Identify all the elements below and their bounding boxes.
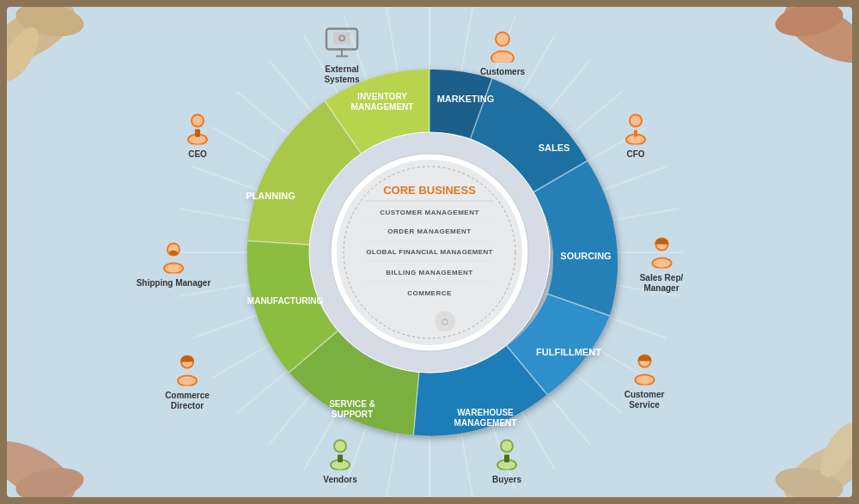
external-systems-label: External Systems bbox=[308, 64, 376, 85]
svg-point-105 bbox=[653, 259, 670, 268]
svg-text:INVENTORY: INVENTORY bbox=[357, 92, 407, 101]
svg-text:MANUFACTURING: MANUFACTURING bbox=[247, 296, 324, 306]
svg-text:WAREHOUSE: WAREHOUSE bbox=[457, 408, 514, 417]
customers-person: Customers bbox=[468, 27, 537, 77]
svg-text:MANAGEMENT: MANAGEMENT bbox=[454, 418, 517, 428]
customer-service-label: Customer Service bbox=[608, 390, 681, 410]
svg-point-0 bbox=[7, 7, 84, 75]
svg-text:COMMERCE: COMMERCE bbox=[407, 289, 452, 297]
vendors-person: Vendors bbox=[306, 434, 375, 485]
svg-text:CORE BUSINESS: CORE BUSINESS bbox=[383, 184, 476, 197]
svg-rect-101 bbox=[634, 131, 637, 137]
svg-text:GLOBAL FINANCIAL MANAGEMENT: GLOBAL FINANCIAL MANAGEMENT bbox=[366, 248, 492, 256]
svg-text:BILLING MANAGEMENT: BILLING MANAGEMENT bbox=[386, 269, 472, 276]
svg-point-92 bbox=[340, 37, 344, 40]
svg-point-123 bbox=[179, 377, 196, 386]
svg-point-128 bbox=[165, 264, 182, 273]
cfo-person: CFO bbox=[601, 109, 670, 160]
shipping-manager-label: Shipping Manager bbox=[135, 278, 212, 288]
ceo-person: CEO bbox=[163, 109, 232, 160]
svg-text:ORDER MANAGEMENT: ORDER MANAGEMENT bbox=[387, 228, 471, 235]
svg-point-111 bbox=[502, 441, 512, 452]
svg-point-8 bbox=[7, 429, 84, 497]
svg-point-95 bbox=[497, 33, 509, 46]
svg-text:⬡: ⬡ bbox=[442, 318, 448, 326]
svg-point-4 bbox=[772, 7, 845, 41]
svg-rect-114 bbox=[504, 455, 509, 463]
svg-point-3 bbox=[775, 7, 852, 75]
svg-point-7 bbox=[813, 417, 852, 483]
svg-text:PLANNING: PLANNING bbox=[246, 191, 295, 201]
svg-text:CUSTOMER MANAGEMENT: CUSTOMER MANAGEMENT bbox=[380, 209, 479, 216]
svg-point-98 bbox=[631, 116, 641, 126]
main-diagram: MARKETING SALES SOURCING FULFILLMENT WAR… bbox=[189, 21, 670, 484]
external-systems-person: External Systems bbox=[308, 24, 376, 85]
outer-frame: MARKETING SALES SOURCING FULFILLMENT WAR… bbox=[7, 7, 852, 497]
svg-rect-119 bbox=[338, 455, 343, 463]
svg-point-1 bbox=[13, 7, 86, 41]
svg-text:SOURCING: SOURCING bbox=[560, 251, 611, 261]
vendors-label: Vendors bbox=[306, 475, 375, 485]
svg-text:SALES: SALES bbox=[539, 143, 570, 153]
svg-point-130 bbox=[192, 116, 203, 126]
svg-point-6 bbox=[772, 463, 845, 497]
svg-point-5 bbox=[775, 429, 852, 497]
customer-service-person: Customer Service bbox=[608, 349, 681, 410]
sales-rep-label: Sales Rep/ Manager bbox=[625, 273, 698, 294]
svg-rect-133 bbox=[195, 130, 200, 137]
svg-point-9 bbox=[13, 463, 86, 497]
buyers-label: Buyers bbox=[472, 475, 541, 485]
svg-text:SUPPORT: SUPPORT bbox=[332, 410, 373, 419]
ceo-label: CEO bbox=[163, 149, 232, 160]
commerce-director-person: Commerce Director bbox=[149, 350, 226, 411]
customers-label: Customers bbox=[468, 67, 537, 77]
monitor-icon bbox=[323, 24, 361, 62]
svg-text:FULFILLMENT: FULFILLMENT bbox=[536, 347, 601, 357]
buyers-person: Buyers bbox=[472, 434, 541, 485]
svg-text:MANAGEMENT: MANAGEMENT bbox=[351, 102, 414, 112]
svg-point-109 bbox=[636, 376, 653, 385]
svg-text:SERVICE &: SERVICE & bbox=[329, 399, 375, 409]
svg-point-126 bbox=[169, 251, 178, 256]
svg-point-2 bbox=[7, 21, 46, 87]
shipping-manager-person: Shipping Manager bbox=[135, 238, 212, 288]
svg-text:MARKETING: MARKETING bbox=[437, 94, 495, 104]
svg-point-116 bbox=[335, 441, 345, 452]
commerce-director-label: Commerce Director bbox=[149, 391, 226, 411]
sales-rep-person: Sales Rep/ Manager bbox=[625, 233, 698, 294]
cfo-label: CFO bbox=[601, 149, 670, 160]
